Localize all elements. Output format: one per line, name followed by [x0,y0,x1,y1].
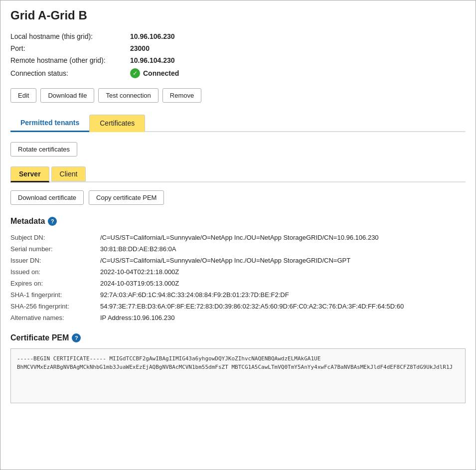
remote-hostname-value: 10.96.104.230 [130,56,175,64]
meta-label: Issuer DN: [10,257,100,264]
remote-hostname-row: Remote hostname (other grid): 10.96.104.… [10,56,466,64]
tab-permitted-tenants[interactable]: Permitted tenants [10,115,89,132]
metadata-row: Subject DN:/C=US/ST=California/L=Sunnyva… [10,234,466,241]
info-table: Local hostname (this grid): 10.96.106.23… [10,32,466,78]
cert-pem-box: -----BEGIN CERTIFICATE----- MIIGdTCCBF2g… [10,348,466,403]
meta-label: Serial number: [10,245,100,253]
sub-tab-server[interactable]: Server [10,166,49,182]
meta-value: 2024-10-03T19:05:13.000Z [100,280,179,287]
meta-value: 92:7A:03:AF:6D:1C:94:8C:33:24:08:84:F9:2… [100,291,289,299]
meta-value: IP Address:10.96.106.230 [100,314,174,321]
copy-certificate-pem-button[interactable]: Copy certificate PEM [89,190,164,205]
meta-value: 54:97:3E:77:EB:D3:6A:0F:8F:EE:72:83:D0:3… [100,303,404,310]
meta-label: Issued on: [10,268,100,276]
metadata-help-icon[interactable]: ? [48,217,57,226]
test-connection-button[interactable]: Test connection [98,88,158,103]
meta-value: 30:81:B8:DD:AE:B2:86:0A [100,245,176,253]
meta-label: Expires on: [10,280,100,287]
connection-status-badge: ✓ Connected [130,68,179,78]
page-container: Grid A-Grid B Local hostname (this grid)… [0,0,476,470]
meta-value: /C=US/ST=California/L=Sunnyvale/O=NetApp… [100,234,379,241]
sub-tabs-container: Server Client [10,166,466,182]
sub-tab-client[interactable]: Client [51,166,86,181]
download-certificate-button[interactable]: Download certificate [10,190,84,205]
metadata-row: Issuer DN:/C=US/ST=California/L=Sunnyval… [10,257,466,264]
metadata-rows: Subject DN:/C=US/ST=California/L=Sunnyva… [10,234,466,321]
cert-pem-help-icon[interactable]: ? [72,333,81,342]
local-hostname-label: Local hostname (this grid): [10,32,130,40]
cert-pem-heading: Certificate PEM ? [10,333,466,342]
remote-hostname-label: Remote hostname (other grid): [10,56,130,64]
metadata-row: Expires on:2024-10-03T19:05:13.000Z [10,280,466,287]
metadata-row: Serial number:30:81:B8:DD:AE:B2:86:0A [10,245,466,253]
metadata-section: Metadata ? Subject DN:/C=US/ST=Californi… [10,217,466,321]
metadata-row: Alternative names:IP Address:10.96.106.2… [10,314,466,321]
meta-value: /C=US/ST=California/L=Sunnyvale/O=NetApp… [100,257,350,264]
meta-label: Alternative names: [10,314,100,321]
cert-actions: Download certificate Copy certificate PE… [10,190,466,205]
page-title: Grid A-Grid B [10,8,466,22]
port-label: Port: [10,44,130,52]
metadata-row: SHA-256 fingerprint:54:97:3E:77:EB:D3:6A… [10,303,466,310]
cert-pem-section: Certificate PEM ? -----BEGIN CERTIFICATE… [10,333,466,403]
local-hostname-row: Local hostname (this grid): 10.96.106.23… [10,32,466,40]
connection-status-row: Connection status: ✓ Connected [10,68,466,78]
rotate-certificates-button[interactable]: Rotate certificates [10,142,77,157]
port-value: 23000 [130,44,150,52]
meta-label: SHA-256 fingerprint: [10,303,100,310]
tab-certificates[interactable]: Certificates [89,115,145,132]
meta-label: SHA-1 fingerprint: [10,291,100,299]
toolbar: Edit Download file Test connection Remov… [10,88,466,103]
meta-label: Subject DN: [10,234,100,241]
connection-status-value: Connected [143,69,179,77]
remove-button[interactable]: Remove [162,88,201,103]
tabs-container: Permitted tenants Certificates [10,115,466,132]
rotate-btn-container: Rotate certificates [10,142,466,157]
metadata-row: Issued on:2022-10-04T02:21:18.000Z [10,268,466,276]
meta-value: 2022-10-04T02:21:18.000Z [100,268,179,276]
download-file-button[interactable]: Download file [40,88,94,103]
connection-status-label: Connection status: [10,69,130,77]
edit-button[interactable]: Edit [10,88,36,103]
local-hostname-value: 10.96.106.230 [130,32,175,40]
connected-check-icon: ✓ [130,68,140,78]
metadata-row: SHA-1 fingerprint:92:7A:03:AF:6D:1C:94:8… [10,291,466,299]
metadata-heading: Metadata ? [10,217,466,226]
port-row: Port: 23000 [10,44,466,52]
